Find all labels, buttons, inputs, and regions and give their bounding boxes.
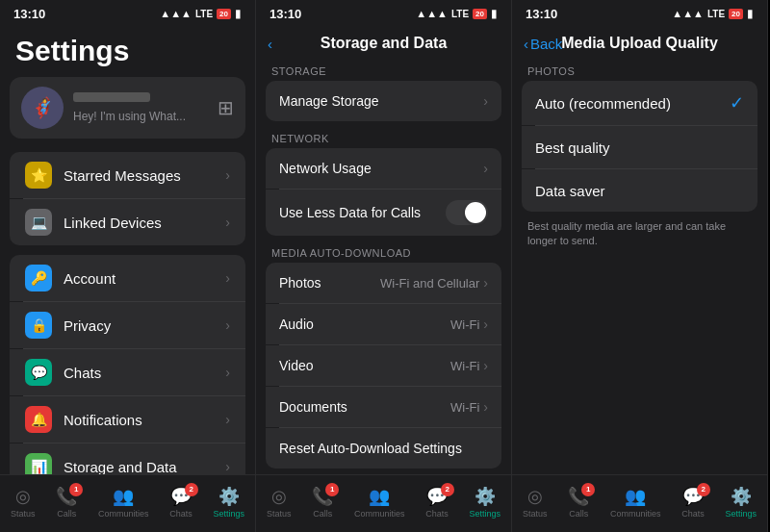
video-label: Video	[279, 358, 450, 373]
settings-item-starred[interactable]: ⭐ Starred Messages ›	[10, 152, 245, 198]
settings-item-linked[interactable]: 💻 Linked Devices ›	[10, 199, 245, 245]
communities-tab-label-3: Communities	[610, 509, 661, 519]
status-bar-3: 13:10 ▲▲▲ LTE 20 ▮	[512, 0, 767, 27]
lte-text-1: LTE	[195, 9, 213, 19]
settings-item-storage[interactable]: 📊 Storage and Data ›	[10, 443, 245, 474]
tab-status-1[interactable]: ◎ Status	[11, 486, 36, 519]
audio-label: Audio	[279, 317, 450, 332]
calls-badge-3: 1	[581, 483, 595, 496]
settings-item-account[interactable]: 🔑 Account ›	[10, 255, 245, 301]
calls-tab-label-1: Calls	[57, 509, 76, 519]
less-data-toggle[interactable]	[446, 200, 488, 225]
signal-icon-1: ▲▲▲	[160, 8, 192, 19]
quality-option-best[interactable]: Best quality	[522, 126, 757, 168]
reset-item[interactable]: Reset Auto-Download Settings	[266, 428, 501, 469]
linked-icon: 💻	[25, 209, 52, 236]
communities-tab-icon-3: 👥	[625, 486, 646, 507]
chevron-chats: ›	[225, 365, 230, 380]
tab-settings-2[interactable]: ⚙️ Settings	[470, 486, 501, 519]
settings-tab-icon-3: ⚙️	[731, 486, 752, 507]
video-item[interactable]: Video Wi-Fi ›	[266, 345, 501, 386]
tab-settings-1[interactable]: ⚙️ Settings	[214, 486, 245, 519]
network-usage-item[interactable]: Network Usage ›	[266, 148, 501, 189]
chevron-storage: ›	[225, 459, 230, 474]
settings-tab-icon-2: ⚙️	[475, 486, 496, 507]
documents-item[interactable]: Documents Wi-Fi ›	[266, 387, 501, 427]
settings-item-chats[interactable]: 💬 Chats ›	[10, 349, 245, 395]
documents-label: Documents	[279, 399, 450, 415]
settings-header: Settings	[0, 27, 255, 77]
settings-tab-icon-1: ⚙️	[218, 486, 240, 507]
chats-tab-label-2: Chats	[425, 509, 449, 519]
less-data-item[interactable]: Use Less Data for Calls	[266, 190, 501, 236]
signal-icon-3: ▲▲▲	[672, 8, 704, 19]
account-label: Account	[64, 270, 225, 287]
tab-communities-2[interactable]: 👥 Communities	[354, 486, 405, 519]
quality-title: Media Upload Quality	[561, 35, 718, 52]
tab-calls-3[interactable]: 📞 1 Calls	[568, 486, 589, 519]
profile-row[interactable]: 🦸 Hey! I'm using What... ⊞	[10, 77, 245, 139]
status-tab-icon-1: ◎	[15, 486, 31, 507]
privacy-label: Privacy	[64, 317, 225, 334]
tab-chats-3[interactable]: 💬 2 Chats	[681, 486, 705, 519]
profile-status: Hey! I'm using What...	[73, 110, 186, 123]
storage-label: Storage and Data	[64, 459, 225, 475]
tab-chats-1[interactable]: 💬 2 Chats	[169, 486, 192, 519]
chats-badge-3: 2	[697, 483, 710, 496]
reset-label: Reset Auto-Download Settings	[279, 441, 488, 456]
calls-badge-2: 1	[325, 483, 339, 496]
chevron-starred: ›	[225, 167, 230, 183]
status-tab-label-3: Status	[523, 509, 548, 519]
saver-label: Data saver	[535, 183, 744, 199]
tab-status-2[interactable]: ◎ Status	[267, 486, 292, 519]
tab-communities-1[interactable]: 👥 Communities	[98, 486, 149, 519]
chats-tab-label-3: Chats	[681, 509, 705, 519]
battery-icon-3: ▮	[747, 7, 754, 20]
manage-storage-item[interactable]: Manage Storage ›	[266, 81, 501, 121]
settings-item-privacy[interactable]: 🔒 Privacy ›	[10, 302, 245, 348]
chevron-notifications: ›	[225, 412, 230, 427]
status-time-1: 13:10	[13, 7, 45, 21]
tab-settings-3[interactable]: ⚙️ Settings	[726, 486, 757, 519]
network-usage-chevron: ›	[483, 161, 488, 176]
status-tab-icon-3: ◎	[527, 486, 543, 507]
status-tab-label-1: Status	[11, 509, 36, 519]
auto-checkmark: ✓	[730, 92, 744, 114]
signal-icon-2: ▲▲▲	[416, 8, 448, 19]
tab-calls-2[interactable]: 📞 1 Calls	[312, 486, 333, 519]
audio-item[interactable]: Audio Wi-Fi ›	[266, 304, 501, 344]
back-button-2[interactable]: ‹	[268, 36, 272, 52]
quality-option-saver[interactable]: Data saver	[522, 169, 757, 212]
settings-panel: 13:10 ▲▲▲ LTE 20 ▮ Settings 🦸 Hey! I'm u…	[0, 0, 256, 532]
photos-item[interactable]: Photos Wi-Fi and Cellular ›	[266, 263, 501, 303]
profile-name-bar	[73, 92, 150, 102]
media-section-label: MEDIA AUTO-DOWNLOAD	[256, 240, 511, 263]
storage-content: STORAGE Manage Storage › NETWORK Network…	[256, 58, 511, 474]
chevron-privacy: ›	[225, 317, 230, 333]
storage-icon: 📊	[25, 453, 52, 474]
calls-tab-label-2: Calls	[313, 509, 332, 519]
chats-label: Chats	[64, 365, 225, 381]
status-icons-1: ▲▲▲ LTE 20 ▮	[160, 7, 242, 20]
tab-chats-2[interactable]: 💬 2 Chats	[425, 486, 449, 519]
less-data-label: Use Less Data for Calls	[279, 205, 446, 220]
chats-badge-2: 2	[441, 483, 454, 496]
calls-tab-label-3: Calls	[569, 509, 588, 519]
back-chevron-2: ‹	[268, 36, 272, 52]
network-section-label: NETWORK	[256, 125, 511, 148]
tab-communities-3[interactable]: 👥 Communities	[610, 486, 661, 519]
settings-item-notifications[interactable]: 🔔 Notifications ›	[10, 396, 245, 443]
network-usage-label: Network Usage	[279, 161, 483, 176]
back-button-3[interactable]: ‹ Back	[524, 36, 562, 52]
storage-section-label: STORAGE	[256, 58, 511, 81]
lte-badge-1: 20	[217, 9, 231, 19]
starred-label: Starred Messages	[64, 167, 225, 184]
documents-chevron: ›	[483, 399, 488, 415]
notifications-icon: 🔔	[25, 406, 52, 433]
starred-icon: ⭐	[25, 162, 52, 189]
calls-badge-1: 1	[69, 483, 83, 496]
quality-option-auto[interactable]: Auto (recommended) ✓	[522, 81, 757, 125]
tab-status-3[interactable]: ◎ Status	[523, 486, 548, 519]
quality-header: ‹ Back Media Upload Quality	[512, 27, 767, 58]
tab-calls-1[interactable]: 📞 1 Calls	[56, 486, 77, 519]
